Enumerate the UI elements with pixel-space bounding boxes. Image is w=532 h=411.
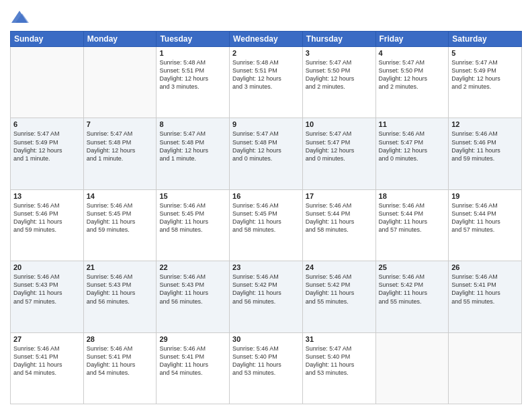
calendar-cell: 3Sunrise: 5:47 AM Sunset: 5:50 PM Daylig… (302, 47, 375, 118)
day-info: Sunrise: 5:47 AM Sunset: 5:48 PM Dayligh… (232, 130, 300, 163)
day-info: Sunrise: 5:46 AM Sunset: 5:42 PM Dayligh… (306, 273, 373, 306)
day-info: Sunrise: 5:47 AM Sunset: 5:50 PM Dayligh… (379, 58, 446, 91)
day-number: 16 (232, 192, 300, 200)
day-info: Sunrise: 5:46 AM Sunset: 5:45 PM Dayligh… (87, 201, 154, 234)
calendar-cell: 11Sunrise: 5:46 AM Sunset: 5:47 PM Dayli… (375, 118, 449, 189)
day-number: 11 (379, 120, 446, 128)
day-number: 19 (451, 192, 519, 200)
day-info: Sunrise: 5:46 AM Sunset: 5:40 PM Dayligh… (232, 345, 300, 377)
day-info: Sunrise: 5:46 AM Sunset: 5:41 PM Dayligh… (87, 345, 154, 377)
day-number: 31 (306, 335, 373, 343)
day-info: Sunrise: 5:46 AM Sunset: 5:44 PM Dayligh… (306, 201, 373, 234)
calendar-cell (375, 332, 449, 404)
day-info: Sunrise: 5:46 AM Sunset: 5:45 PM Dayligh… (232, 201, 300, 234)
calendar-cell: 16Sunrise: 5:46 AM Sunset: 5:45 PM Dayli… (230, 189, 303, 261)
day-info: Sunrise: 5:47 AM Sunset: 5:50 PM Dayligh… (306, 58, 373, 91)
calendar-cell: 18Sunrise: 5:46 AM Sunset: 5:44 PM Dayli… (375, 189, 449, 261)
calendar-week-5: 27Sunrise: 5:46 AM Sunset: 5:41 PM Dayli… (11, 332, 522, 404)
day-number: 1 (159, 49, 226, 57)
day-info: Sunrise: 5:46 AM Sunset: 5:44 PM Dayligh… (451, 201, 519, 234)
calendar-cell: 2Sunrise: 5:48 AM Sunset: 5:51 PM Daylig… (230, 47, 303, 118)
logo-icon (10, 7, 29, 26)
day-number: 20 (13, 263, 81, 271)
calendar-week-1: 1Sunrise: 5:48 AM Sunset: 5:51 PM Daylig… (11, 47, 522, 118)
day-number: 26 (451, 263, 519, 271)
day-info: Sunrise: 5:46 AM Sunset: 5:46 PM Dayligh… (13, 201, 81, 234)
day-info: Sunrise: 5:46 AM Sunset: 5:43 PM Dayligh… (159, 273, 226, 306)
day-number: 12 (451, 120, 519, 128)
day-number: 27 (13, 335, 81, 343)
day-number: 7 (87, 120, 154, 128)
day-info: Sunrise: 5:46 AM Sunset: 5:43 PM Dayligh… (13, 273, 81, 306)
logo (10, 7, 32, 26)
calendar-cell: 9Sunrise: 5:47 AM Sunset: 5:48 PM Daylig… (230, 118, 303, 189)
calendar-week-2: 6Sunrise: 5:47 AM Sunset: 5:49 PM Daylig… (11, 118, 522, 189)
calendar-cell: 20Sunrise: 5:46 AM Sunset: 5:43 PM Dayli… (11, 261, 84, 332)
calendar-cell: 1Sunrise: 5:48 AM Sunset: 5:51 PM Daylig… (157, 47, 230, 118)
calendar-cell: 15Sunrise: 5:46 AM Sunset: 5:45 PM Dayli… (157, 189, 230, 261)
weekday-header-tuesday: Tuesday (157, 32, 230, 47)
calendar-cell: 7Sunrise: 5:47 AM Sunset: 5:48 PM Daylig… (83, 118, 157, 189)
calendar-cell: 31Sunrise: 5:47 AM Sunset: 5:40 PM Dayli… (302, 332, 375, 404)
day-info: Sunrise: 5:47 AM Sunset: 5:40 PM Dayligh… (306, 345, 373, 377)
day-info: Sunrise: 5:46 AM Sunset: 5:42 PM Dayligh… (232, 273, 300, 306)
day-info: Sunrise: 5:47 AM Sunset: 5:48 PM Dayligh… (87, 130, 154, 163)
day-number: 24 (306, 263, 373, 271)
calendar-cell: 5Sunrise: 5:47 AM Sunset: 5:49 PM Daylig… (449, 47, 522, 118)
day-info: Sunrise: 5:47 AM Sunset: 5:47 PM Dayligh… (306, 130, 373, 163)
calendar-cell: 22Sunrise: 5:46 AM Sunset: 5:43 PM Dayli… (157, 261, 230, 332)
day-number: 6 (13, 120, 81, 128)
day-number: 15 (159, 192, 226, 200)
calendar-cell: 14Sunrise: 5:46 AM Sunset: 5:45 PM Dayli… (83, 189, 157, 261)
day-number: 10 (306, 120, 373, 128)
day-info: Sunrise: 5:47 AM Sunset: 5:49 PM Dayligh… (13, 130, 81, 163)
day-number: 3 (306, 49, 373, 57)
calendar-week-3: 13Sunrise: 5:46 AM Sunset: 5:46 PM Dayli… (11, 189, 522, 261)
calendar-table: SundayMondayTuesdayWednesdayThursdayFrid… (10, 31, 522, 404)
calendar-cell: 25Sunrise: 5:46 AM Sunset: 5:42 PM Dayli… (375, 261, 449, 332)
day-number: 30 (232, 335, 300, 343)
day-number: 14 (87, 192, 154, 200)
calendar-cell (83, 47, 157, 118)
day-number: 22 (159, 263, 226, 271)
day-number: 4 (379, 49, 446, 57)
day-info: Sunrise: 5:46 AM Sunset: 5:44 PM Dayligh… (379, 201, 446, 234)
day-info: Sunrise: 5:46 AM Sunset: 5:41 PM Dayligh… (13, 345, 81, 377)
day-number: 25 (379, 263, 446, 271)
calendar-cell: 21Sunrise: 5:46 AM Sunset: 5:43 PM Dayli… (83, 261, 157, 332)
day-number: 9 (232, 120, 300, 128)
calendar-cell: 24Sunrise: 5:46 AM Sunset: 5:42 PM Dayli… (302, 261, 375, 332)
calendar-cell: 17Sunrise: 5:46 AM Sunset: 5:44 PM Dayli… (302, 189, 375, 261)
day-number: 23 (232, 263, 300, 271)
calendar-cell: 30Sunrise: 5:46 AM Sunset: 5:40 PM Dayli… (230, 332, 303, 404)
calendar-cell: 23Sunrise: 5:46 AM Sunset: 5:42 PM Dayli… (230, 261, 303, 332)
calendar-cell: 19Sunrise: 5:46 AM Sunset: 5:44 PM Dayli… (449, 189, 522, 261)
day-info: Sunrise: 5:46 AM Sunset: 5:45 PM Dayligh… (159, 201, 226, 234)
day-info: Sunrise: 5:46 AM Sunset: 5:46 PM Dayligh… (451, 130, 519, 163)
calendar-cell: 27Sunrise: 5:46 AM Sunset: 5:41 PM Dayli… (11, 332, 84, 404)
day-number: 29 (159, 335, 226, 343)
calendar-week-4: 20Sunrise: 5:46 AM Sunset: 5:43 PM Dayli… (11, 261, 522, 332)
day-info: Sunrise: 5:46 AM Sunset: 5:47 PM Dayligh… (379, 130, 446, 163)
calendar-cell: 28Sunrise: 5:46 AM Sunset: 5:41 PM Dayli… (83, 332, 157, 404)
day-number: 18 (379, 192, 446, 200)
calendar-cell: 29Sunrise: 5:46 AM Sunset: 5:41 PM Dayli… (157, 332, 230, 404)
calendar-cell: 12Sunrise: 5:46 AM Sunset: 5:46 PM Dayli… (449, 118, 522, 189)
day-number: 28 (87, 335, 154, 343)
day-number: 21 (87, 263, 154, 271)
day-info: Sunrise: 5:46 AM Sunset: 5:41 PM Dayligh… (159, 345, 226, 377)
day-number: 13 (13, 192, 81, 200)
day-info: Sunrise: 5:47 AM Sunset: 5:49 PM Dayligh… (451, 58, 519, 91)
day-info: Sunrise: 5:48 AM Sunset: 5:51 PM Dayligh… (232, 58, 300, 91)
day-number: 17 (306, 192, 373, 200)
day-number: 8 (159, 120, 226, 128)
calendar-cell: 6Sunrise: 5:47 AM Sunset: 5:49 PM Daylig… (11, 118, 84, 189)
calendar-cell: 4Sunrise: 5:47 AM Sunset: 5:50 PM Daylig… (375, 47, 449, 118)
weekday-header-row: SundayMondayTuesdayWednesdayThursdayFrid… (11, 32, 522, 47)
day-number: 2 (232, 49, 300, 57)
weekday-header-saturday: Saturday (449, 32, 522, 47)
calendar-cell (11, 47, 84, 118)
weekday-header-thursday: Thursday (302, 32, 375, 47)
day-info: Sunrise: 5:48 AM Sunset: 5:51 PM Dayligh… (159, 58, 226, 91)
calendar-cell: 10Sunrise: 5:47 AM Sunset: 5:47 PM Dayli… (302, 118, 375, 189)
